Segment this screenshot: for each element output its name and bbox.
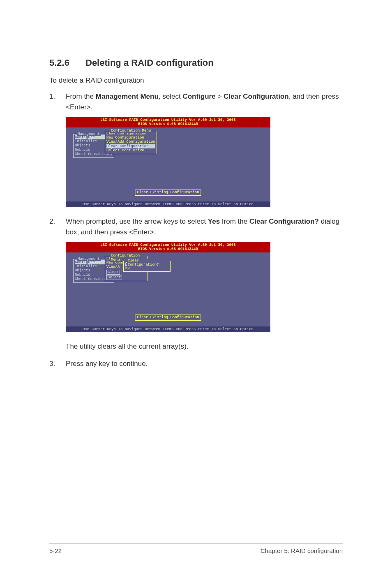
step-text: From the Management Menu, select Configu…: [66, 91, 343, 112]
step-number: 3.: [49, 359, 66, 369]
bios-header-line1: LSI Software RAID Configuration Utility …: [66, 118, 270, 122]
bios-status-bar: Clear Existing Configuration: [135, 315, 201, 320]
step-text-bold: Clear Configuration: [224, 93, 289, 100]
management-menu-title: Management: [77, 257, 101, 261]
dialog-title: Clear Configuration?: [127, 259, 170, 267]
step-3: 3. Press any key to continue.: [49, 359, 343, 369]
step-1: 1. From the Management Menu, select Conf…: [49, 91, 343, 112]
bios-hint-bar: Use Cursor Keys To Navigate Between Item…: [66, 201, 270, 207]
step-text-bold: Configure: [182, 93, 215, 100]
configuration-menu-title: Configuration Menu: [110, 129, 152, 133]
step-text-part: , select: [159, 93, 183, 100]
bios-header: LSI Software RAID Configuration Utility …: [66, 242, 270, 252]
bios-status-bar: Clear Existing Configuration: [135, 190, 201, 195]
step-text: Press any key to continue.: [66, 359, 343, 369]
config-item-clear-trunc: Clear: [106, 270, 120, 275]
bios-hint-bar: Use Cursor Keys To Navigate Between Item…: [66, 326, 270, 332]
step-text-part: When prompted, use the arrow keys to sel…: [66, 217, 208, 225]
section-heading: 5.2.6Deleting a RAID configuration: [49, 58, 343, 68]
step-text-bold: Clear Configuration?: [249, 217, 319, 225]
management-menu-title: Management: [77, 132, 101, 136]
step-text-bold: Management Menu: [96, 93, 159, 100]
config-item-view-add[interactable]: View/Add Configuration: [106, 140, 155, 144]
page-number: 5-22: [49, 547, 62, 554]
config-item-new[interactable]: New Configuration: [106, 136, 155, 140]
section-title: Deleting a RAID configuration: [85, 58, 214, 68]
config-item-clear[interactable]: Clear Configuration: [106, 144, 155, 148]
step-number: 2.: [49, 216, 66, 237]
configuration-menu: Configuration Menu Easy Configuration Ne…: [105, 131, 157, 155]
config-item-select-boot[interactable]: Select Boot Drive: [106, 148, 155, 153]
step-text-bold: Yes: [208, 217, 220, 225]
section-number: 5.2.6: [49, 58, 85, 68]
step-number: 1.: [49, 91, 66, 112]
bios-header-line2: BIOS Version A.08.09161344R: [66, 122, 270, 126]
step-text-part: >: [216, 93, 224, 100]
bios-header-line1: LSI Software RAID Configuration Utility …: [66, 243, 270, 247]
step-text-part: From the: [66, 93, 96, 100]
step-text-part: from the: [220, 217, 249, 225]
bios-header: LSI Software RAID Configuration Utility …: [66, 117, 270, 127]
step-2: 2. When prompted, use the arrow keys to …: [49, 216, 343, 237]
config-item-view-trunc: View/A: [106, 265, 120, 269]
step-text: When prompted, use the arrow keys to sel…: [66, 216, 343, 237]
step-2-aftertext: The utility clears all the current array…: [66, 341, 343, 352]
config-item-select-trunc: Select: [106, 275, 122, 280]
clear-configuration-dialog: Clear Configuration? Yes No: [123, 261, 171, 272]
bios-screenshot-2: LSI Software RAID Configuration Utility …: [66, 242, 343, 332]
bios-header-line2: BIOS Version A.08.09161344R: [66, 247, 270, 251]
chapter-title: Chapter 5: RAID configuration: [261, 547, 343, 554]
intro-text: To delete a RAID configuration: [49, 76, 343, 85]
bios-screenshot-1: LSI Software RAID Configuration Utility …: [66, 117, 343, 207]
page-footer: 5-22 Chapter 5: RAID configuration: [49, 544, 343, 554]
